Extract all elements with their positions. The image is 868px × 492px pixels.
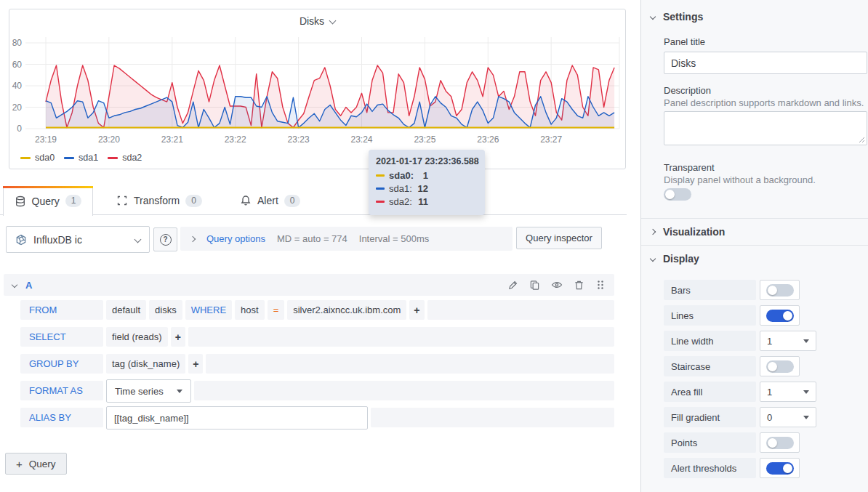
query-row-header[interactable]: A [4,274,614,296]
lines-toggle[interactable] [766,310,794,322]
svg-text:23:22: 23:22 [225,134,246,145]
query-part-row: FROMdefaultdisksWHEREhost=silver2.aixncc… [20,300,614,320]
copy-icon[interactable] [529,280,540,291]
description-hint: Panel description supports markdown and … [664,97,864,108]
series-color-dash [64,157,74,159]
tab-alert[interactable]: Alert 0 [240,186,300,215]
fill-gradient-select[interactable]: 0 [760,407,816,427]
bell-icon [240,195,252,206]
tab-label: Alert [257,195,278,206]
query-segment[interactable]: disks [149,300,182,320]
display-option-row: Area fill1 [664,382,816,402]
transparent-toggle[interactable] [664,188,691,201]
tooltip-timestamp: 2021-01-17 23:23:36.588 [376,156,478,166]
legend-item-sda2[interactable]: sda2 [108,153,142,163]
svg-text:23:27: 23:27 [540,134,562,145]
panel-header[interactable]: Disks [9,15,625,27]
display-option-row: Lines [664,305,816,326]
series-color-dash [108,157,118,159]
query-segment[interactable]: field (reads) [106,327,168,347]
series-color-dash [376,174,385,177]
option-label: Lines [664,305,756,326]
svg-text:23:21: 23:21 [161,134,183,145]
tab-bar: Query 1 Transform 0 Alert 0 [0,186,627,215]
query-segment[interactable]: silver2.aixncc.uk.ibm.com [287,300,406,320]
tooltip-row: sda2:11 [376,196,478,207]
datasource-help-button[interactable]: ? [153,227,177,251]
legend-item-sda1[interactable]: sda1 [64,153,98,163]
bars-toggle[interactable] [766,284,794,297]
chevron-right-icon [650,229,656,235]
display-option-row: Bars [664,280,816,300]
svg-text:23:24: 23:24 [350,134,372,145]
svg-text:60: 60 [12,60,23,70]
query-part-row: ALIAS BY[[tag_disk_name]] [20,408,614,427]
datasource-name: InfluxDB ic [33,234,82,246]
legend-item-sda0[interactable]: sda0 [20,153,55,163]
svg-text:0: 0 [17,124,22,134]
eye-icon[interactable] [551,279,563,291]
points-toggle[interactable] [766,437,794,449]
query-segment[interactable]: + [188,354,203,374]
caret-down-icon [803,416,809,419]
display-option-row: Points [664,432,816,453]
database-icon [15,195,26,207]
trash-icon[interactable] [574,280,584,291]
line-width-select[interactable]: 1 [760,331,816,351]
svg-text:80: 80 [12,38,23,48]
query-inspector-button[interactable]: Query inspector [516,227,602,249]
series-color-dash [376,187,385,190]
resize-handle-icon[interactable] [859,137,865,143]
alias-by-input[interactable]: [[tag_disk_name]] [106,406,368,430]
query-segment[interactable]: = [268,300,285,320]
datasource-picker[interactable]: InfluxDB ic [6,226,150,253]
staircase-toggle[interactable] [766,360,794,373]
tooltip-row: sda1:12 [376,183,478,194]
query-segment[interactable]: default [106,300,146,320]
options-sidebar: Settings Panel title Disks Description P… [640,0,868,492]
section-display[interactable]: Display [651,253,699,265]
tooltip-row: sda0:1 [376,170,478,181]
add-query-button[interactable]: +Query [5,453,67,475]
edit-icon[interactable] [507,280,518,291]
svg-text:23:23: 23:23 [288,134,310,145]
query-count-badge: 1 [65,195,82,207]
option-label: Staircase [664,356,756,376]
display-option-row: Staircase [664,356,816,376]
query-options-bar[interactable]: Query options MD = auto = 774 Interval =… [180,227,513,251]
description-textarea[interactable] [664,111,867,145]
alert-thresholds-toggle[interactable] [766,462,794,475]
query-segment: FROM [20,300,103,320]
section-settings[interactable]: Settings [651,11,703,23]
help-icon: ? [160,234,172,246]
query-part-row: FORMAT ASTime series [20,381,614,400]
chart-tooltip: 2021-01-17 23:23:36.588 sda0:1sda1:12sda… [369,150,485,215]
tab-query[interactable]: Query 1 [3,186,93,216]
grafana-panel-editor: { "panel": {"title": "Disks"}, "chart_da… [0,0,868,492]
section-visualization[interactable]: Visualization [651,226,725,238]
query-ref: A [25,280,32,291]
series-color-dash [20,157,31,159]
query-segment[interactable]: WHERE [185,300,232,320]
tab-label: Query [32,195,60,207]
description-label: Description [664,85,711,96]
caret-down-icon [177,390,182,393]
panel-preview: Disks 02040608023:1923:2023:2123:2223:23… [9,9,626,169]
query-segment[interactable]: + [409,300,424,320]
row-filler [194,381,614,400]
tab-transform[interactable]: Transform 0 [116,186,202,215]
divider [641,245,868,246]
query-segment[interactable]: host [235,300,265,320]
active-tab-indicator [3,186,93,188]
svg-text:23:20: 23:20 [98,134,120,145]
format-as-select[interactable]: Time series [106,379,191,403]
query-segment[interactable]: + [171,327,185,347]
display-option-row: Fill gradient0 [664,407,816,427]
transparent-label: Transparent [664,162,715,173]
query-segment: FORMAT AS [20,381,103,400]
drag-handle-icon[interactable] [595,280,606,290]
caret-down-icon [803,339,809,343]
query-segment[interactable]: tag (disk_name) [106,354,185,374]
area-fill-select[interactable]: 1 [760,382,816,402]
panel-title-input[interactable]: Disks [664,52,867,74]
